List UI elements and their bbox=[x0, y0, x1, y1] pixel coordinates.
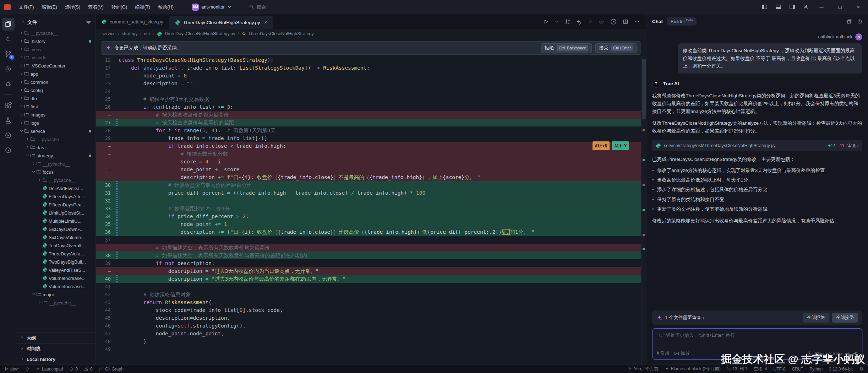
menu-item-查看[interactable]: 查看(V) bbox=[85, 2, 107, 12]
reject-changes-button[interactable]: 拒绝 Ctrl+Backspace bbox=[541, 43, 592, 53]
toggle-right-panel-icon[interactable] bbox=[789, 4, 795, 10]
tree-folder-das[interactable]: das bbox=[16, 144, 95, 152]
tree-file-FifteenDaysPea...[interactable]: FifteenDaysPea... bbox=[16, 201, 95, 209]
code-line[interactable]: 23 description = "" bbox=[96, 80, 641, 87]
status-item-空格: 4[interactable]: 空格: 4 bbox=[754, 366, 767, 372]
code-line[interactable]: – description += f"日-{i}: 收盘价（{trade_inf… bbox=[96, 173, 641, 181]
tree-file-TenDaysOverall...[interactable]: TenDaysOverall... bbox=[16, 242, 95, 250]
more-actions-icon[interactable] bbox=[634, 19, 640, 25]
tree-folder-dto[interactable]: dto bbox=[16, 94, 95, 103]
code-line[interactable]: – # 如果描述为空，表示所有天数收盘价均为最高价 bbox=[96, 244, 641, 252]
menu-item-转到[interactable]: 转到(G) bbox=[108, 2, 131, 12]
run-dropdown-icon[interactable] bbox=[555, 20, 559, 24]
tree-file-VolumeIncrease...[interactable]: VolumeIncrease... bbox=[16, 282, 95, 291]
tree-folder-common[interactable]: common bbox=[16, 78, 95, 86]
history-icon[interactable] bbox=[857, 19, 862, 24]
tree-folder-.venv[interactable]: .venv bbox=[16, 45, 95, 54]
code-line[interactable]: 40 description = "过去3天内收盘价与最高价的差距都在2%以内，… bbox=[96, 275, 641, 283]
account-icon[interactable] bbox=[803, 4, 808, 10]
code-line[interactable]: 12class ThreeDaysCloseNotHighStrategy(Ba… bbox=[96, 56, 641, 64]
code-line[interactable]: 38 # 如果描述为空，表示所有天数收盘价与最高价的差距都在2%以内 bbox=[96, 252, 641, 259]
code-line[interactable]: – description = "过去3天内收盘价均为当日最高点，无异常。" bbox=[96, 267, 641, 275]
activity-item-run-circle[interactable] bbox=[2, 129, 15, 142]
status-item-CRLF[interactable]: CRLF bbox=[792, 367, 803, 372]
tree-folder-.VSCodeCounter[interactable]: .VSCodeCounter bbox=[16, 62, 95, 70]
tree-file-FifteenDaysAtte...[interactable]: FifteenDaysAtte... bbox=[16, 193, 95, 201]
tree-file-SixDaysDownF...[interactable]: SixDaysDownF... bbox=[16, 225, 95, 233]
menu-item-终端[interactable]: 终端(T) bbox=[132, 2, 153, 12]
code-line[interactable]: 45 description=description, bbox=[96, 314, 641, 322]
menu-item-编辑[interactable]: 编辑(E) bbox=[39, 2, 60, 12]
activity-item-files[interactable] bbox=[2, 18, 15, 31]
tree-folder-__pycache__[interactable]: __pycache__ bbox=[16, 160, 95, 168]
status-item-Python[interactable]: Python bbox=[809, 367, 823, 372]
toggle-left-panel-icon[interactable] bbox=[761, 4, 768, 10]
tree-folder-major[interactable]: major bbox=[16, 291, 95, 299]
tree-file-DojiAndFiveDa...[interactable]: DojiAndFiveDa... bbox=[16, 184, 95, 193]
status-item-0[interactable]: 0 bbox=[69, 367, 78, 372]
minimize-button[interactable]: ─ bbox=[816, 4, 827, 10]
status-item-You, 2个月前[interactable]: You, 2个月前 bbox=[628, 366, 659, 372]
code-line[interactable]: 43 return RiskAssessment( bbox=[96, 298, 641, 306]
changed-file-card[interactable]: service\strategy\risk\ThreeDaysCloseNotH… bbox=[652, 140, 862, 151]
code-line[interactable]: 42 # 创建策略信息对象 bbox=[96, 291, 641, 298]
status-item-sync[interactable] bbox=[25, 367, 29, 371]
editor-scrollbar[interactable] bbox=[641, 56, 646, 364]
step-back-icon[interactable] bbox=[576, 19, 582, 25]
status-item-Git Graph[interactable]: Git Graph bbox=[99, 367, 124, 372]
split-editor-icon[interactable] bbox=[623, 19, 628, 25]
breadcrumb-item[interactable]: ThreeDaysCloseNotHighStrategy.py bbox=[157, 31, 235, 37]
status-item-行 13, 列 1[interactable]: 行 13, 列 1 bbox=[727, 366, 747, 372]
code-line[interactable]: 25 # 确保至少有3天的交易数据 bbox=[96, 95, 641, 103]
tree-file-LimitUpCloseSt...[interactable]: LimitUpCloseSt... bbox=[16, 209, 95, 217]
code-line[interactable]: 17 def analyze(self, trade_info_list: Li… bbox=[96, 64, 641, 72]
status-item-0[interactable]: 0 bbox=[84, 367, 93, 372]
global-search[interactable]: 搜索 bbox=[249, 4, 266, 10]
code-line[interactable]: 37 bbox=[96, 236, 641, 244]
code-line[interactable]: 47 node_point=node_point, bbox=[96, 330, 641, 337]
tree-file-TwoDaysBigBull...[interactable]: TwoDaysBigBull... bbox=[16, 258, 95, 266]
run-file-icon[interactable] bbox=[610, 18, 617, 25]
breadcrumb-item[interactable]: strategy bbox=[122, 31, 137, 36]
accept-all-button[interactable]: 全部接受 bbox=[832, 313, 858, 323]
code-line[interactable]: – if trade_info.close < trade_info.high:… bbox=[96, 142, 641, 150]
run-button[interactable] bbox=[543, 19, 549, 25]
review-link[interactable]: 审查› bbox=[847, 143, 859, 149]
code-line[interactable]: – # 按天检查收盘价是否为最高价 bbox=[96, 111, 641, 119]
tree-folder-.history[interactable]: .history bbox=[16, 37, 95, 45]
code-line[interactable]: – score = 4 - i bbox=[96, 158, 641, 166]
toggle-bottom-panel-icon[interactable] bbox=[775, 4, 781, 10]
status-item-UTF-8[interactable]: UTF-8 bbox=[774, 367, 786, 372]
maximize-button[interactable]: □ bbox=[835, 4, 845, 10]
tab-chat[interactable]: Chat bbox=[652, 19, 663, 24]
code-line[interactable]: 28 for i in range(1, 4): # 倒数第1天到第3天 bbox=[96, 126, 641, 134]
tree-folder-app[interactable]: app bbox=[16, 70, 95, 78]
activity-item-debug[interactable] bbox=[2, 77, 15, 90]
code-line[interactable]: 46 config=self.strategyConfig(), bbox=[96, 322, 641, 330]
reject-all-button[interactable]: 全部拒绝 bbox=[803, 313, 829, 323]
code-editor[interactable]: 12class ThreeDaysCloseNotHighStrategy(Ba… bbox=[96, 56, 641, 364]
tree-folder-strategy[interactable]: strategy bbox=[16, 152, 95, 160]
breadcrumb-item[interactable]: risk bbox=[144, 31, 151, 36]
editor-tab-ThreeDaysCloseNotHighStrategy.py[interactable]: ThreeDaysCloseNotHighStrategy.py× bbox=[169, 16, 273, 29]
open-in-window-icon[interactable] bbox=[847, 19, 852, 24]
status-item-bell[interactable] bbox=[859, 367, 864, 371]
shortcut-badge-Alt+Y[interactable]: Alt+Y bbox=[612, 141, 629, 151]
breadcrumb-item[interactable]: ThreeDaysCloseNotHighStrategy bbox=[241, 31, 314, 36]
tab-builder[interactable]: Builder Beta bbox=[667, 17, 697, 26]
sidebar-section-大纲[interactable]: 大纲 bbox=[16, 333, 95, 343]
diamond-icon[interactable] bbox=[588, 19, 593, 25]
tree-folder-service[interactable]: service bbox=[16, 127, 95, 135]
project-switcher[interactable]: AM ant-monitor bbox=[189, 2, 235, 12]
status-item-dev*[interactable]: dev* bbox=[4, 367, 19, 372]
tree-folder-logs[interactable]: logs bbox=[16, 119, 95, 127]
menu-item-帮助[interactable]: 帮助(H) bbox=[155, 2, 177, 12]
sidebar-section-时间线[interactable]: 时间线 bbox=[16, 343, 95, 354]
tree-folder-first[interactable]: first bbox=[16, 103, 95, 111]
add-image-button[interactable]: 图片 bbox=[674, 350, 690, 356]
code-line[interactable]: 26 if len(trade_info_list) >= 3: bbox=[96, 103, 641, 111]
menu-item-文件[interactable]: 文件(F) bbox=[16, 2, 37, 12]
code-line[interactable]: – node_point += score bbox=[96, 166, 641, 173]
code-line[interactable]: 32 bbox=[96, 197, 641, 205]
code-line[interactable]: 36 description += f"日-{i}: 收盘价（{trade_in… bbox=[96, 228, 641, 236]
